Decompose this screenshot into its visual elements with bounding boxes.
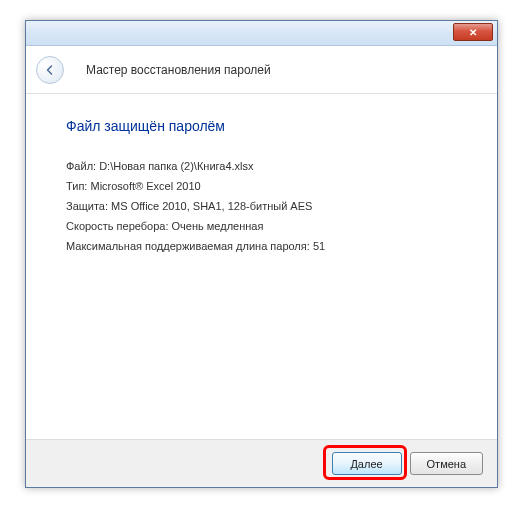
protection-label: Защита: xyxy=(66,200,108,212)
page-heading: Файл защищён паролём xyxy=(66,118,467,134)
cancel-button[interactable]: Отмена xyxy=(410,452,483,475)
info-file: Файл: D:\Новая папка (2)\Книга4.xlsx xyxy=(66,156,467,176)
close-button[interactable]: ✕ xyxy=(453,23,493,41)
dialog-window: ✕ Мастер восстановления паролей Файл защ… xyxy=(25,20,498,488)
file-label: Файл: xyxy=(66,160,96,172)
file-value: D:\Новая папка (2)\Книга4.xlsx xyxy=(99,160,253,172)
button-bar: Далее Отмена xyxy=(26,439,497,487)
titlebar: ✕ xyxy=(26,21,497,46)
info-maxlen: Максимальная поддерживаемая длина пароля… xyxy=(66,236,467,256)
maxlen-value: 51 xyxy=(313,240,325,252)
arrow-left-icon xyxy=(44,64,56,76)
info-protection: Защита: MS Office 2010, SHA1, 128-битный… xyxy=(66,196,467,216)
maxlen-label: Максимальная поддерживаемая длина пароля… xyxy=(66,240,310,252)
protection-value: MS Office 2010, SHA1, 128-битный AES xyxy=(111,200,312,212)
info-speed: Скорость перебора: Очень медленная xyxy=(66,216,467,236)
close-icon: ✕ xyxy=(469,27,477,38)
speed-value: Очень медленная xyxy=(172,220,264,232)
type-label: Тип: xyxy=(66,180,87,192)
next-button[interactable]: Далее xyxy=(332,452,402,475)
content-area: Файл защищён паролём Файл: D:\Новая папк… xyxy=(26,94,497,256)
back-button[interactable] xyxy=(36,56,64,84)
info-type: Тип: Microsoft® Excel 2010 xyxy=(66,176,467,196)
header: Мастер восстановления паролей xyxy=(26,46,497,94)
wizard-title: Мастер восстановления паролей xyxy=(86,63,271,77)
type-value: Microsoft® Excel 2010 xyxy=(90,180,200,192)
speed-label: Скорость перебора: xyxy=(66,220,168,232)
